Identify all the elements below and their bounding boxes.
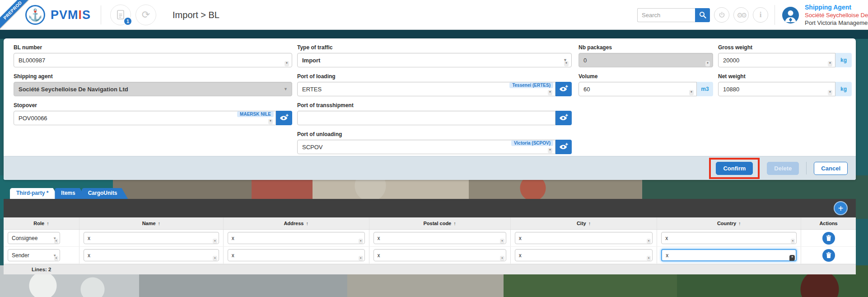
column-header-address[interactable]: Address↑ (224, 217, 369, 229)
column-header-name[interactable]: Name↑ (79, 217, 224, 229)
table-footer: Lines: 2 (4, 264, 856, 274)
tab-items[interactable]: Items (55, 188, 86, 199)
required-marker: * (548, 90, 552, 95)
required-marker: * (285, 61, 289, 66)
sort-asc-icon: ↑ (47, 221, 49, 226)
user-organization: Port Victoria Management (805, 19, 868, 27)
table-row: ▼ * * * * * * (4, 230, 856, 247)
user-role: Shipping Agent (805, 4, 868, 11)
user-info[interactable]: Shipping Agent Société Seychelloise De N… (805, 4, 868, 27)
user-avatar[interactable] (782, 7, 799, 24)
cancel-button[interactable]: Cancel (814, 162, 848, 175)
field-net-weight: Net weight * kg (718, 73, 852, 96)
eye-plus-icon (559, 143, 569, 151)
type-of-traffic-label: Type of traffic (297, 44, 572, 51)
row1-delete-button[interactable] (822, 232, 835, 245)
sort-asc-icon: ↑ (306, 221, 308, 226)
tab-cargounits[interactable]: CargoUnits (82, 188, 128, 199)
column-label: Role (33, 221, 44, 226)
field-port-of-unloading: Port of unloading Victoria (SCPOV) * (297, 131, 572, 154)
volume-label: Volume (579, 73, 713, 80)
column-header-country[interactable]: Country↑ (657, 217, 801, 229)
port-of-transshipment-lookup-button[interactable] (555, 111, 572, 125)
required-marker: * (828, 61, 832, 66)
settings-button[interactable]: ⚙⚙ (733, 7, 749, 23)
add-row-button[interactable]: + (834, 201, 848, 215)
port-of-unloading-label: Port of unloading (297, 131, 572, 137)
app-name-part: I (79, 8, 83, 22)
field-nb-packages: Nb packages * (579, 44, 713, 67)
person-icon (782, 7, 799, 24)
delete-button: Delete (767, 162, 799, 175)
row2-role-select[interactable] (8, 249, 60, 261)
row2-delete-button[interactable] (822, 249, 835, 262)
required-marker: * (54, 239, 59, 244)
detail-tabs: Third-party * Items CargoUnits (10, 188, 123, 199)
pvmis-logo: ⚓ (25, 5, 45, 25)
header-right: ⚙⚙ i Shipping Agent Société Seychelloise… (637, 0, 868, 30)
port-of-loading-label: Port of loading (297, 73, 572, 80)
port-of-loading-lookup-button[interactable] (555, 82, 572, 96)
search-input[interactable] (637, 8, 695, 22)
form-actions-bar: Confirm Delete Cancel (4, 156, 856, 180)
stopover-lookup-button[interactable] (276, 111, 292, 125)
drafts-button[interactable]: 1 (110, 5, 131, 25)
row2-name-input[interactable] (84, 249, 219, 261)
required-marker: * (54, 256, 59, 261)
required-marker: * (647, 239, 651, 244)
search-button[interactable] (695, 8, 710, 22)
confirm-button[interactable]: Confirm (716, 162, 753, 175)
info-icon: i (760, 10, 762, 19)
gross-weight-input[interactable] (718, 53, 835, 67)
row2-city-input[interactable] (515, 249, 653, 261)
volume-unit-badge: m3 (697, 82, 713, 96)
required-marker: * (689, 90, 694, 95)
row1-role-select[interactable] (8, 232, 60, 244)
row2-country-input[interactable] (661, 249, 797, 261)
stopover-input[interactable] (14, 111, 276, 125)
row1-name-input[interactable] (84, 232, 219, 244)
eye-plus-icon (559, 114, 569, 122)
port-of-unloading-lookup-button[interactable] (555, 140, 572, 154)
bl-form-panel: BL number * Shipping agent ▼ (4, 38, 856, 180)
row2-address-input[interactable] (228, 249, 365, 261)
shipping-agent-select (14, 82, 292, 96)
row1-country-input[interactable] (661, 232, 797, 244)
stopover-reference-badge: MAERSK NILE (237, 111, 274, 117)
required-marker: * (548, 148, 552, 153)
sort-asc-icon: ↑ (453, 221, 456, 226)
required-marker: * (828, 90, 832, 95)
row2-postal-code-input[interactable] (373, 249, 506, 261)
nb-packages-input (579, 53, 713, 67)
column-header-postal-code[interactable]: Postal code↑ (369, 217, 511, 229)
info-button[interactable]: i (753, 7, 768, 23)
row1-address-input[interactable] (228, 232, 365, 244)
sort-asc-icon: ↑ (738, 221, 741, 226)
required-marker: * (268, 119, 273, 124)
app-name-part: PVM (51, 8, 79, 22)
column-label: Name (142, 221, 156, 226)
third-party-table: Role↑ Name↑ Address↑ Postal code↑ City↑ … (4, 217, 856, 274)
shipping-agent-label: Shipping agent (14, 73, 292, 80)
type-of-traffic-select[interactable] (297, 53, 572, 67)
required-marker: * (647, 256, 651, 261)
required-marker: * (359, 256, 363, 261)
header-left: ⚓ PVMIS 1 ⟳ Import > BL (0, 0, 219, 30)
row1-postal-code-input[interactable] (373, 232, 506, 244)
required-marker: * (791, 239, 795, 244)
form-column-1: BL number * Shipping agent ▼ (14, 44, 292, 131)
column-header-role[interactable]: Role↑ (4, 217, 79, 229)
row1-city-input[interactable] (515, 232, 653, 244)
tab-third-party[interactable]: Third-party * (10, 188, 59, 199)
port-of-transshipment-input[interactable] (297, 111, 555, 125)
draft-count-badge: 1 (123, 17, 132, 26)
form-column-3: Nb packages * Volume * m3 (579, 44, 713, 102)
net-weight-input[interactable] (718, 82, 835, 96)
field-port-of-transshipment: Port of transshipment (297, 102, 572, 125)
refresh-button[interactable]: ⟳ (135, 5, 156, 25)
eye-plus-icon (279, 114, 289, 122)
bl-number-input[interactable] (14, 53, 292, 67)
logout-button[interactable] (714, 7, 729, 23)
column-header-city[interactable]: City↑ (511, 217, 658, 229)
volume-input[interactable] (579, 82, 697, 96)
